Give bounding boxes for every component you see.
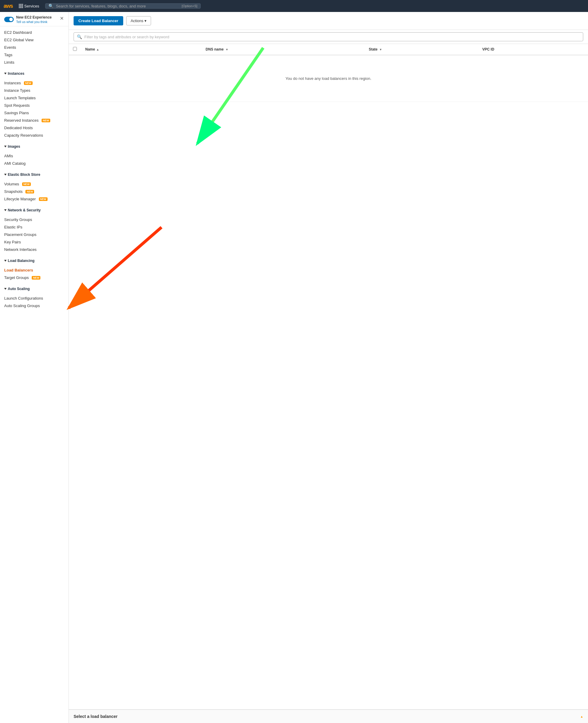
aws-logo[interactable]: aws [4,3,13,9]
sidebar-images-nav: AMIs AMI Catalog [0,150,68,170]
sidebar-close-button[interactable]: ✕ [59,15,64,22]
aws-logo-text: aws [4,3,13,9]
top-nav: aws Services 🔍 [Option+S] [0,0,588,12]
bottom-panel: Select a load balancer ▲ [69,709,588,723]
filter-search-icon: 🔍 [77,35,82,39]
table-header-row: Name ▲ DNS name ▾ [69,44,588,55]
filter-icon-state: ▾ [380,48,381,51]
sidebar-item-load-balancers[interactable]: Load Balancers [0,267,68,274]
sidebar-item-savings-plans[interactable]: Savings Plans [0,109,68,116]
sidebar-header: New EC2 Experience Tell us what you thin… [0,12,68,26]
badge-new-volumes: New [22,183,31,186]
triangle-down-icon-autoscaling [4,288,6,290]
sidebar-item-tags[interactable]: Tags [0,51,68,59]
badge-new-instances: New [24,81,33,85]
sidebar-item-key-pairs[interactable]: Key Pairs [0,238,68,246]
resize-handle-icon[interactable]: ▲ [580,715,583,718]
select-all-checkbox-col[interactable] [69,44,81,55]
col-name[interactable]: Name ▲ [81,44,202,55]
services-label: Services [24,4,39,8]
triangle-down-icon-images [4,146,6,147]
badge-new-snapshots: New [25,190,34,193]
global-search-input[interactable] [56,4,180,8]
sidebar-item-amis[interactable]: AMIs [0,152,68,160]
main-content: Create Load Balancer Actions ▾ 🔍 [69,12,588,723]
new-experience-toggle-switch[interactable] [4,17,14,22]
triangle-down-icon [4,73,6,75]
sidebar-section-load-balancing[interactable]: Load Balancing [0,256,68,264]
sidebar-section-images[interactable]: Images [0,142,68,150]
filter-icon-dns: ▾ [226,48,228,51]
sidebar-item-launch-configurations[interactable]: Launch Configurations [0,295,68,302]
badge-new-lifecycle: New [39,197,47,201]
bottom-panel-title: Select a load balancer [74,714,118,719]
filter-bar: 🔍 [69,30,588,44]
sidebar-item-dedicated-hosts[interactable]: Dedicated Hosts [0,124,68,132]
triangle-down-icon-lb [4,260,6,262]
sidebar-item-instance-types[interactable]: Instance Types [0,87,68,94]
sidebar-item-volumes[interactable]: Volumes New [0,180,68,188]
create-load-balancer-button[interactable]: Create Load Balancer [74,16,123,25]
sidebar-item-snapshots[interactable]: Snapshots New [0,188,68,195]
sidebar-item-events[interactable]: Events [0,44,68,51]
grid-icon [19,4,23,8]
sidebar-item-target-groups[interactable]: Target Groups New [0,274,68,281]
col-vpc-id[interactable]: VPC ID [478,44,588,55]
sidebar-ebs-nav: Volumes New Snapshots New Lifecycle Mana… [0,178,68,205]
search-icon: 🔍 [48,4,54,8]
sidebar-section-ebs[interactable]: Elastic Block Store [0,170,68,178]
sidebar-item-security-groups[interactable]: Security Groups [0,216,68,224]
chevron-down-icon: ▾ [144,19,147,23]
sidebar-item-lifecycle-manager[interactable]: Lifecycle Manager New [0,195,68,203]
sidebar-item-ami-catalog[interactable]: AMI Catalog [0,160,68,167]
load-balancers-table-wrap: Name ▲ DNS name ▾ [69,44,588,709]
sidebar-item-network-interfaces[interactable]: Network Interfaces [0,246,68,253]
sidebar-section-auto-scaling[interactable]: Auto Scaling [0,284,68,292]
sidebar-top-nav: EC2 Dashboard EC2 Global View Events Tag… [0,26,68,68]
sidebar-item-capacity-reservations[interactable]: Capacity Reservations [0,132,68,139]
load-balancers-table: Name ▲ DNS name ▾ [69,44,588,102]
sidebar-item-instances[interactable]: Instances New [0,79,68,87]
sidebar-lb-nav: Load Balancers Target Groups New [0,264,68,284]
new-experience-toggle[interactable]: New EC2 Experience Tell us what you thin… [4,15,52,24]
new-experience-label: New EC2 Experience [16,15,52,19]
sidebar-network-nav: Security Groups Elastic IPs Placement Gr… [0,213,68,256]
sidebar-item-ec2-global-view[interactable]: EC2 Global View [0,36,68,44]
sidebar: New EC2 Experience Tell us what you thin… [0,12,69,723]
global-search-bar[interactable]: 🔍 [Option+S] [45,3,201,9]
sidebar-item-ec2-dashboard[interactable]: EC2 Dashboard [0,29,68,36]
sidebar-item-launch-templates[interactable]: Launch Templates [0,94,68,102]
actions-button[interactable]: Actions ▾ [126,16,151,25]
empty-message: You do not have any load balancers in th… [73,58,584,99]
sidebar-instances-nav: Instances New Instance Types Launch Temp… [0,77,68,142]
filter-input[interactable] [84,35,580,39]
col-state[interactable]: State ▾ [364,44,478,55]
sidebar-item-spot-requests[interactable]: Spot Requests [0,102,68,109]
empty-state-row: You do not have any load balancers in th… [69,55,588,102]
sidebar-section-network-security[interactable]: Network & Security [0,205,68,213]
sidebar-autoscaling-nav: Launch Configurations Auto Scaling Group… [0,292,68,312]
new-experience-link[interactable]: Tell us what you think [16,20,52,24]
sort-icon-name: ▲ [96,48,99,51]
badge-new-target-groups: New [32,276,40,280]
triangle-down-icon-network [4,209,6,211]
sidebar-item-placement-groups[interactable]: Placement Groups [0,231,68,238]
sidebar-item-limits[interactable]: Limits [0,59,68,66]
main-toolbar: Create Load Balancer Actions ▾ [69,12,588,30]
badge-new-reserved: New [42,119,50,122]
triangle-down-icon-ebs [4,174,6,175]
sidebar-item-reserved-instances[interactable]: Reserved Instances New [0,116,68,124]
sidebar-section-instances[interactable]: Instances [0,68,68,77]
select-all-checkbox[interactable] [73,47,77,51]
col-dns-name[interactable]: DNS name ▾ [202,44,364,55]
load-balancers-tbody: You do not have any load balancers in th… [69,55,588,102]
sidebar-item-elastic-ips[interactable]: Elastic IPs [0,224,68,231]
services-nav[interactable]: Services [17,3,42,9]
search-shortcut: [Option+S] [182,4,197,8]
sidebar-item-auto-scaling-groups[interactable]: Auto Scaling Groups [0,302,68,310]
filter-input-wrap[interactable]: 🔍 [74,32,583,41]
